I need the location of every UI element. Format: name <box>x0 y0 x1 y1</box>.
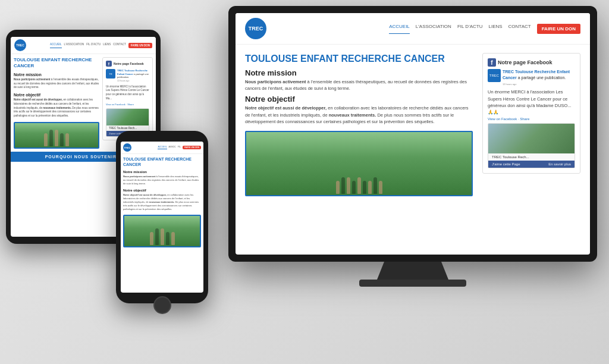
t-person-1 <box>44 133 48 146</box>
person-9 <box>379 181 382 194</box>
phone-nav-accueil[interactable]: ACCUEIL <box>158 146 167 149</box>
tablet-don-button[interactable]: FAIRE UN DON <box>128 43 152 48</box>
t-person-2 <box>49 130 53 146</box>
monitor-mission-heading: Notre mission <box>245 68 473 77</box>
tablet-nav-links: ACCUEIL L'ASSOCIATION FIL D'ACTU LIENS C… <box>50 43 152 48</box>
tablet-mission-text: Nous participons activement à l'ensemble… <box>14 78 99 90</box>
tablet-nav-accueil[interactable]: ACCUEIL <box>50 43 62 48</box>
nav-filactu[interactable]: FIL D'ACTU <box>457 24 483 34</box>
t-person-3 <box>55 130 58 146</box>
tablet-nav-liens[interactable]: LIENS <box>103 43 111 48</box>
phone-objectif-text: Notre objectif est aussi de développer, … <box>123 193 201 211</box>
tablet-mission-heading: Notre mission <box>14 73 99 77</box>
phone-mission-heading: Notre mission <box>123 170 201 174</box>
tablet-objectif-heading: Notre objectif <box>14 93 99 97</box>
phone-don-button[interactable]: FAIRE UN DON <box>183 146 201 149</box>
person-6 <box>363 181 366 194</box>
monitor-logo: TREC <box>245 18 266 39</box>
monitor-fb-links[interactable]: View on Facebook · Share <box>488 117 575 121</box>
person-3 <box>347 177 350 194</box>
phone-home-button[interactable] <box>153 296 171 314</box>
facebook-icon: f <box>488 58 496 67</box>
monitor-fb-preview-bar: J'aime cette Page En savoir plus <box>488 161 575 168</box>
nav-accueil[interactable]: ACCUEIL <box>389 24 410 34</box>
monitor-fb-post-text: TREC Toulouse Recherche Enfant Cancer a … <box>503 69 575 86</box>
phone-mission-text: Nous participons activement à l'ensemble… <box>123 175 201 186</box>
phone-main: TOULOUSE ENFANT RECHERCHE CANCER Notre m… <box>121 154 203 250</box>
phone-nav-fil[interactable]: FIL <box>178 146 181 149</box>
phone-nav: TREC ACCUEIL ASSOC FIL FAIRE UN DON <box>121 142 203 154</box>
tablet-objectif-text: Notre objectif est aussi de développer, … <box>14 98 99 118</box>
tablet-fb-post: TR TREC Toulouse Recherche Enfant Cancer… <box>106 69 149 83</box>
monitor-fb-message: Un énorme MERCI à l'association Les Supe… <box>488 89 575 115</box>
person-7 <box>368 181 372 194</box>
nav-liens[interactable]: LIENS <box>488 24 502 34</box>
monitor-device: TREC ACCUEIL L'ASSOCIATION FIL D'ACTU LI… <box>228 6 597 285</box>
phone-body: TREC ACCUEIL ASSOC FIL FAIRE UN DON TOUL… <box>116 131 208 303</box>
phone-screen: TREC ACCUEIL ASSOC FIL FAIRE UN DON TOUL… <box>121 142 203 293</box>
monitor-nav-links: ACCUEIL L'ASSOCIATION FIL D'ACTU LIENS C… <box>389 24 580 34</box>
tablet-fb-post-text: TREC Toulouse Recherche Enfant Cancer a … <box>117 69 149 83</box>
monitor-sidebar: f Notre page Facebook TREC TREC Toulouse… <box>482 53 580 196</box>
monitor-fb-preview-image <box>488 124 575 153</box>
tablet-logo: TREC <box>14 39 26 51</box>
fb-ensavoir-text[interactable]: En savoir plus <box>548 162 571 166</box>
tablet-fb-links[interactable]: View on Facebook · Share <box>106 103 149 106</box>
monitor-facebook-box: f Notre page Facebook TREC TREC Toulouse… <box>482 53 580 174</box>
person-1 <box>336 181 340 194</box>
monitor-photo-content <box>246 132 472 195</box>
person-2 <box>341 177 345 194</box>
t-person-4 <box>60 133 64 146</box>
tablet-facebook-box: f Notre page Facebook TR TREC Toulouse R… <box>102 57 153 140</box>
tablet-fb-share[interactable]: Share <box>127 103 134 106</box>
phone-content: TOULOUSE ENFANT RECHERCHE CANCER Notre m… <box>123 156 201 247</box>
phone-nav-assoc[interactable]: ASSOC <box>169 146 176 149</box>
phone-photo-content <box>124 216 200 246</box>
tablet-nav: TREC ACCUEIL L'ASSOCIATION FIL D'ACTU LI… <box>11 37 156 54</box>
tablet-fb-message: Un énorme MERCI à l'association Les Supe… <box>106 85 149 101</box>
phone-team-photo <box>123 215 201 247</box>
tablet-title: TOULOUSE ENFANT RECHERCHE CANCER <box>14 57 99 70</box>
monitor-main: TOULOUSE ENFANT RECHERCHE CANCER Notre m… <box>236 45 590 205</box>
tablet-facebook-title: f Notre page Facebook <box>106 61 149 67</box>
monitor-body: TREC ACCUEIL L'ASSOCIATION FIL D'ACTU LI… <box>228 6 597 262</box>
tablet-fb-preview-image <box>106 109 149 125</box>
p-person-5 <box>171 232 175 245</box>
tablet-team-photo <box>14 122 99 149</box>
monitor-base <box>359 280 466 287</box>
phone-device: TREC ACCUEIL ASSOC FIL FAIRE UN DON TOUL… <box>116 131 208 303</box>
monitor-stand <box>377 262 448 280</box>
phone-title: TOULOUSE ENFANT RECHERCHE CANCER <box>123 156 201 167</box>
nav-don-button[interactable]: FAIRE UN DON <box>537 24 580 34</box>
monitor-objectif-heading: Notre objectif <box>245 95 473 103</box>
person-8 <box>373 177 377 194</box>
monitor-objectif-text: Notre objectif est aussi de développer, … <box>245 105 473 125</box>
monitor-content: TOULOUSE ENFANT RECHERCHE CANCER Notre m… <box>245 53 473 196</box>
monitor-fb-avatar: TREC <box>488 69 501 82</box>
nav-contact[interactable]: CONTACT <box>508 24 531 34</box>
phone-objectif-heading: Notre objectif <box>123 189 201 192</box>
person-4 <box>352 181 356 194</box>
phone-logo: TREC <box>123 143 131 152</box>
tablet-nav-contact[interactable]: CONTACT <box>113 43 125 48</box>
tablet-content: TOULOUSE ENFANT RECHERCHE CANCER Notre m… <box>14 57 99 149</box>
t-person-5 <box>65 133 69 146</box>
nav-association[interactable]: L'ASSOCIATION <box>416 24 451 34</box>
tablet-fb-view[interactable]: View on Facebook <box>106 103 125 106</box>
tablet-nav-assoc[interactable]: L'ASSOCIATION <box>64 43 84 48</box>
tablet-nav-fil[interactable]: FIL D'ACTU <box>86 43 101 48</box>
person-5 <box>357 177 361 194</box>
monitor-fb-post: TREC TREC Toulouse Recherche Enfant Canc… <box>488 69 575 86</box>
fb-view-link[interactable]: View on Facebook <box>488 117 517 121</box>
monitor-title: TOULOUSE ENFANT RECHERCHE CANCER <box>245 53 473 65</box>
tablet-facebook-icon: f <box>106 61 112 67</box>
monitor-facebook-title: f Notre page Facebook <box>488 58 575 67</box>
tablet-fb-avatar: TR <box>106 69 115 79</box>
monitor-nav: TREC ACCUEIL L'ASSOCIATION FIL D'ACTU LI… <box>236 13 590 45</box>
fb-like-text[interactable]: J'aime cette Page <box>492 162 520 166</box>
fb-share-link[interactable]: Share <box>520 117 529 121</box>
phone-nav-links: ACCUEIL ASSOC FIL FAIRE UN DON <box>158 146 201 149</box>
p-person-2 <box>155 228 159 245</box>
p-person-1 <box>150 232 153 245</box>
tablet-fb-preview-name: TREC Toulouse Rech... <box>106 125 149 131</box>
